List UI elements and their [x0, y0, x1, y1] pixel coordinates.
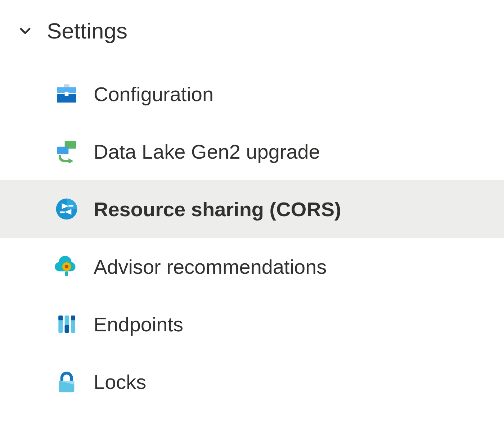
svg-rect-20 — [71, 316, 75, 320]
svg-rect-11 — [68, 205, 73, 207]
endpoints-icon — [54, 312, 79, 337]
svg-rect-14 — [65, 271, 68, 276]
svg-marker-6 — [68, 158, 73, 163]
svg-rect-18 — [65, 325, 69, 333]
svg-rect-16 — [58, 316, 63, 320]
nav-item-label: Data Lake Gen2 upgrade — [94, 140, 320, 163]
nav-item-configuration[interactable]: Configuration — [0, 65, 504, 123]
svg-rect-5 — [57, 147, 68, 154]
advisor-icon — [54, 254, 79, 279]
lock-icon — [54, 369, 79, 394]
section-title: Settings — [47, 18, 127, 44]
svg-rect-10 — [60, 212, 64, 213]
nav-item-label: Resource sharing (CORS) — [94, 198, 341, 221]
settings-section-header[interactable]: Settings — [0, 11, 504, 65]
chevron-down-icon — [14, 20, 36, 42]
nav-item-data-lake-upgrade[interactable]: Data Lake Gen2 upgrade — [0, 123, 504, 180]
nav-item-locks[interactable]: Locks — [0, 353, 504, 410]
toolbox-icon — [54, 81, 79, 106]
svg-rect-0 — [64, 84, 69, 87]
nav-item-advisor-recommendations[interactable]: Advisor recommendations — [0, 238, 504, 295]
svg-rect-3 — [65, 92, 69, 96]
nav-item-resource-sharing[interactable]: Resource sharing (CORS) — [0, 180, 504, 238]
nav-item-label: Endpoints — [94, 313, 183, 336]
upgrade-icon — [54, 139, 79, 164]
nav-items: Configuration Data Lake Gen2 upgrade — [0, 65, 504, 410]
nav-item-label: Configuration — [94, 82, 213, 106]
svg-point-13 — [65, 265, 69, 269]
settings-nav: Settings Configuration — [0, 0, 504, 410]
nav-item-label: Locks — [94, 370, 146, 394]
nav-item-endpoints[interactable]: Endpoints — [0, 295, 504, 353]
nav-item-label: Advisor recommendations — [94, 255, 327, 278]
cors-icon — [54, 196, 79, 222]
